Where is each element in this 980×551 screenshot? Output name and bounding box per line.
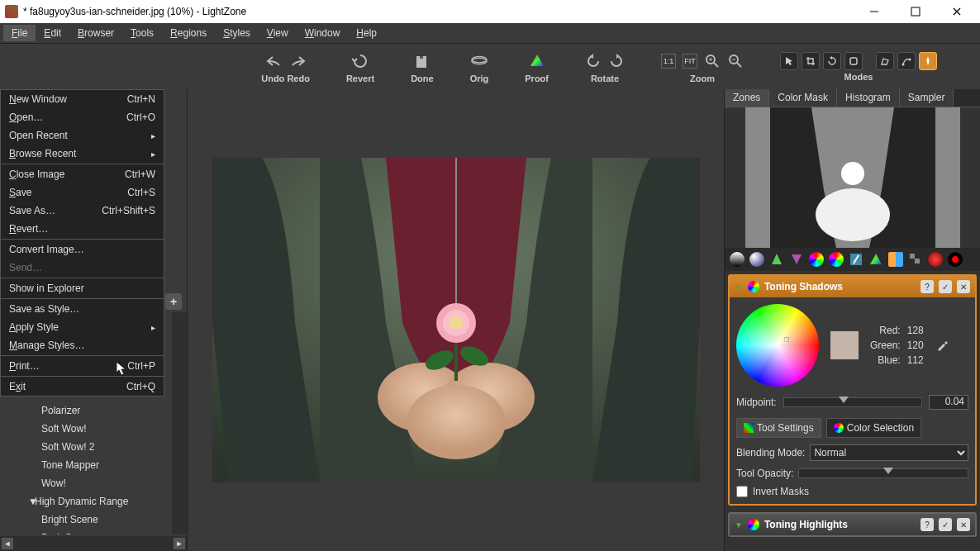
menu-tools[interactable]: Tools (122, 25, 162, 41)
vertical-scrollbar[interactable] (172, 312, 187, 534)
file-menu-item[interactable]: Manage Styles… (1, 336, 164, 354)
tab-sampler[interactable]: Sampler (900, 89, 954, 107)
blending-mode-select[interactable]: Normal (810, 444, 968, 461)
file-menu-item[interactable]: ExitCtrl+Q (1, 378, 164, 396)
mode-spot[interactable] (919, 52, 937, 70)
mode-rotate[interactable] (823, 52, 841, 70)
tab-color-mask[interactable]: Color Mask (769, 89, 837, 107)
midpoint-value[interactable]: 0.04 (929, 395, 968, 410)
maximize-button[interactable] (902, 4, 929, 19)
tool-huesat-icon[interactable] (809, 252, 824, 267)
midpoint-slider[interactable] (783, 397, 922, 407)
close-button[interactable] (944, 4, 970, 19)
tool-zonemapper-icon[interactable] (730, 252, 745, 267)
panel-header-highlights[interactable]: ▼ Toning Highlights ? ✓ ✕ (730, 514, 975, 535)
enable-checkbox[interactable]: ✓ (939, 280, 952, 293)
file-menu-item[interactable]: Show in Explorer (1, 279, 164, 297)
opacity-slider[interactable] (798, 468, 968, 478)
undo-icon[interactable] (266, 53, 283, 69)
add-style-button[interactable]: + (165, 293, 182, 310)
file-menu-item[interactable]: New WindowCtrl+N (1, 90, 164, 108)
collapse-icon[interactable]: ▼ (735, 520, 743, 530)
eyedropper-icon[interactable] (935, 339, 949, 352)
style-item[interactable]: Bright Scene (0, 511, 170, 529)
menu-regions[interactable]: Regions (162, 25, 215, 41)
file-menu-item[interactable]: Revert… (1, 220, 164, 238)
help-icon[interactable]: ? (921, 518, 934, 531)
svg-rect-19 (850, 58, 857, 64)
svg-point-34 (450, 316, 463, 330)
tool-colorbalance-icon[interactable] (829, 252, 844, 267)
enable-checkbox[interactable]: ✓ (939, 518, 952, 531)
invert-masks-checkbox[interactable] (736, 486, 748, 497)
file-menu-item[interactable]: Apply Style (1, 318, 164, 336)
style-item[interactable]: Tone Mapper (0, 456, 170, 474)
file-menu-item[interactable]: Save as Style… (1, 300, 164, 318)
tool-clone-icon[interactable] (908, 252, 923, 267)
proof-icon[interactable] (529, 53, 545, 69)
tool-spot-icon[interactable] (928, 252, 943, 267)
tool-redeye-icon[interactable] (948, 252, 963, 267)
scroll-right-icon[interactable]: ► (174, 538, 185, 549)
style-item[interactable]: Dark Scene (0, 529, 170, 534)
tool-sharpen-icon[interactable] (769, 252, 784, 267)
file-menu-item[interactable]: Open Recent (1, 126, 164, 145)
close-panel-icon[interactable]: ✕ (957, 280, 970, 293)
tool-whitebalance-icon[interactable] (849, 252, 863, 267)
scroll-left-icon[interactable]: ◄ (2, 538, 13, 549)
canvas-area[interactable] (188, 89, 724, 551)
style-item[interactable]: Wow! (0, 474, 170, 492)
zoom-fit-button[interactable]: FIT (683, 54, 697, 69)
zoom-out-icon[interactable] (727, 53, 744, 69)
menu-file[interactable]: File (3, 25, 36, 41)
close-panel-icon[interactable]: ✕ (957, 518, 970, 531)
file-menu-item[interactable]: Print…Ctrl+P (1, 357, 164, 375)
file-menu-item[interactable]: Save As…Ctrl+Shift+S (1, 202, 164, 220)
color-wheel[interactable] (736, 304, 819, 387)
svg-marker-45 (839, 397, 849, 403)
minimize-button[interactable] (861, 4, 887, 19)
tool-noise-icon[interactable] (888, 252, 903, 267)
tab-zones[interactable]: Zones (725, 89, 769, 107)
menu-help[interactable]: Help (348, 25, 385, 41)
tool-relight-icon[interactable] (749, 252, 764, 267)
mode-pointer[interactable] (780, 52, 798, 70)
svg-rect-44 (915, 259, 920, 264)
file-menu-item[interactable]: SaveCtrl+S (1, 183, 164, 202)
tool-gaussian-icon[interactable] (789, 252, 804, 267)
mode-polygon[interactable] (876, 52, 894, 70)
orig-icon[interactable] (471, 53, 488, 69)
panel-header-shadows[interactable]: ▼ Toning Shadows ? ✓ ✕ (730, 276, 975, 297)
done-icon[interactable] (414, 53, 431, 69)
style-group-header[interactable]: ▼ High Dynamic Range (0, 492, 170, 511)
menu-styles[interactable]: Styles (215, 25, 259, 41)
window-title: * fa8ugyoy3us-ian-schneider.jpg (10%) - … (23, 6, 246, 17)
mode-crop[interactable] (802, 52, 820, 70)
style-item[interactable]: Soft Wow! (0, 420, 170, 438)
file-menu-item[interactable]: Open…Ctrl+O (1, 108, 164, 126)
tool-bw-icon[interactable] (868, 252, 883, 267)
file-menu-item[interactable]: Browse Recent (1, 145, 164, 163)
rotate-right-icon[interactable] (608, 53, 625, 69)
mode-bezier[interactable] (897, 52, 916, 70)
zoom-11-button[interactable]: 1:1 (661, 54, 676, 69)
tab-histogram[interactable]: Histogram (837, 89, 900, 107)
collapse-icon[interactable]: ▼ (735, 283, 743, 292)
subtab-tool-settings[interactable]: Tool Settings (736, 418, 821, 438)
menu-view[interactable]: View (259, 25, 297, 41)
rotate-left-icon[interactable] (585, 53, 602, 69)
file-menu-item[interactable]: Close ImageCtrl+W (1, 165, 164, 183)
menu-window[interactable]: Window (297, 25, 349, 41)
menu-browser[interactable]: Browser (69, 25, 122, 41)
style-item[interactable]: Polarizer (0, 401, 170, 420)
help-icon[interactable]: ? (921, 280, 934, 293)
revert-icon[interactable] (352, 53, 369, 69)
file-menu-item[interactable]: Convert Image… (1, 240, 164, 259)
subtab-color-selection[interactable]: Color Selection (826, 418, 921, 438)
redo-icon[interactable] (289, 53, 306, 69)
horizontal-scrollbar[interactable]: ◄ ► (0, 536, 187, 551)
mode-region[interactable] (844, 52, 863, 70)
style-item[interactable]: Soft Wow! 2 (0, 438, 170, 456)
zoom-in-icon[interactable] (704, 53, 721, 69)
menu-edit[interactable]: Edit (36, 25, 69, 41)
